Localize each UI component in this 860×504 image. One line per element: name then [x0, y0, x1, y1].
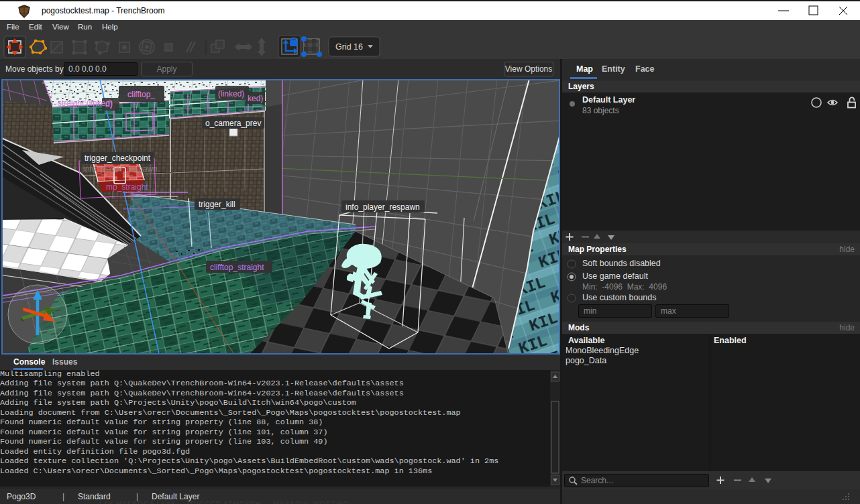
svg-text:info_player_respawn: info_player_respawn: [83, 164, 158, 174]
svg-text:Grid 16: Grid 16: [335, 42, 363, 52]
svg-text:clifftop_: clifftop_: [127, 90, 155, 99]
svg-text:o_camera_prev: o_camera_prev: [205, 119, 261, 128]
svg-text:(linked): (linked): [218, 89, 244, 99]
svg-text:trigger_kill: trigger_kill: [199, 200, 235, 209]
svg-text:info_player_respawn: info_player_respawn: [345, 202, 420, 212]
svg-text:straight (linked): straight (linked): [58, 99, 113, 108]
svg-text:ked): ked): [248, 94, 263, 103]
svg-text:mp_straight: mp_straight: [106, 182, 148, 192]
svg-text:trigger_checkpoint: trigger_checkpoint: [85, 153, 151, 163]
svg-text:clifftop_straight: clifftop_straight: [210, 263, 264, 272]
